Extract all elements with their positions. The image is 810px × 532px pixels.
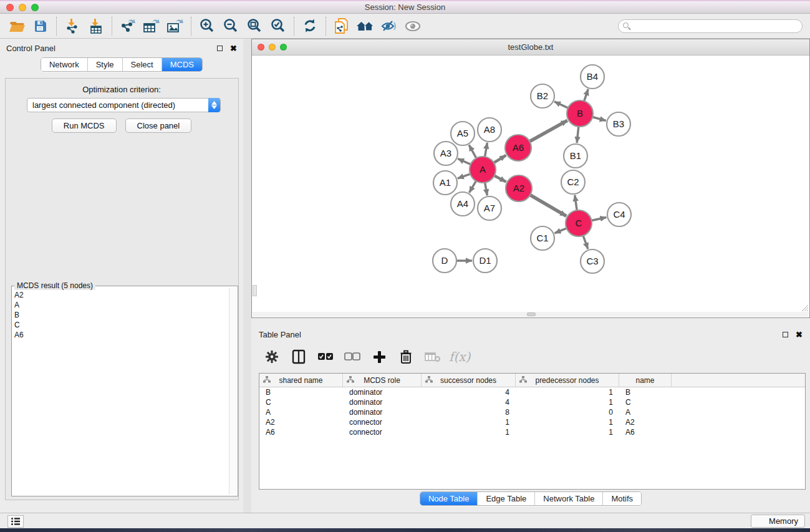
mcds-result-item[interactable]: A6 bbox=[14, 330, 228, 340]
table-cell[interactable]: 1 bbox=[516, 417, 619, 427]
table-cell[interactable]: A6 bbox=[259, 427, 343, 437]
table-cell[interactable]: A bbox=[619, 407, 672, 417]
close-table-panel-icon[interactable]: ✖ bbox=[796, 331, 803, 339]
zoom-window-icon[interactable] bbox=[31, 4, 39, 11]
mcds-result-item[interactable]: A bbox=[14, 300, 228, 310]
window-controls[interactable] bbox=[0, 1, 39, 13]
show-graphics-button[interactable] bbox=[401, 16, 425, 36]
search-input[interactable] bbox=[618, 19, 803, 33]
table-cell[interactable]: C bbox=[619, 397, 672, 407]
table-cell[interactable]: connector bbox=[343, 427, 422, 437]
run-mcds-button[interactable]: Run MCDS bbox=[52, 118, 117, 133]
table-cell[interactable]: 1 bbox=[422, 417, 516, 427]
function-builder-button[interactable]: f(x) bbox=[449, 347, 470, 367]
network-window-controls[interactable] bbox=[252, 39, 287, 55]
table-cell[interactable]: 0 bbox=[516, 407, 619, 417]
mcds-result-list[interactable]: A2ABCA6 bbox=[13, 288, 229, 495]
close-network-icon[interactable] bbox=[258, 44, 264, 51]
minimize-window-icon[interactable] bbox=[19, 4, 26, 11]
criterion-select[interactable]: largest connected component (directed) bbox=[27, 98, 221, 112]
column-header-shared-name[interactable]: shared name bbox=[259, 374, 343, 387]
column-header-name[interactable]: name bbox=[619, 374, 672, 387]
close-panel-icon[interactable]: ✖ bbox=[230, 44, 237, 52]
table-settings-button[interactable] bbox=[261, 347, 282, 367]
show-column-panel-button[interactable] bbox=[288, 347, 309, 367]
tab-node-table[interactable]: Node Table bbox=[420, 492, 478, 505]
horizontal-scrollbar-thumb[interactable] bbox=[527, 312, 536, 316]
node-table[interactable]: shared nameMCDS rolesuccessor nodesprede… bbox=[259, 373, 806, 490]
delete-column-button[interactable] bbox=[395, 347, 417, 367]
create-column-button[interactable] bbox=[369, 347, 390, 367]
close-panel-button[interactable]: Close panel bbox=[125, 118, 192, 133]
horizontal-scrollbar[interactable] bbox=[253, 312, 809, 317]
table-cell[interactable]: 1 bbox=[516, 397, 619, 407]
tab-network[interactable]: Network bbox=[41, 58, 87, 71]
mcds-result-item[interactable]: A2 bbox=[14, 290, 228, 300]
network-graph[interactable]: B4B2BB3A5A8A6A3B1AA1C2A2A4A7CC4C1C3DD1 bbox=[253, 56, 809, 312]
export-image-button[interactable] bbox=[163, 16, 187, 36]
export-table-button[interactable] bbox=[140, 16, 163, 36]
close-window-icon[interactable] bbox=[6, 4, 14, 11]
table-cell[interactable]: 8 bbox=[422, 407, 516, 417]
tab-style[interactable]: Style bbox=[87, 58, 122, 71]
delete-table-button[interactable] bbox=[422, 347, 443, 367]
zoom-fit-button[interactable] bbox=[243, 16, 266, 36]
tab-mcds[interactable]: MCDS bbox=[162, 58, 202, 71]
table-cell[interactable]: dominator bbox=[343, 407, 422, 417]
table-cell[interactable]: C bbox=[259, 397, 343, 407]
memory-button[interactable]: Memory bbox=[751, 515, 805, 528]
column-header-predecessor-nodes[interactable]: predecessor nodes bbox=[516, 374, 619, 387]
zoom-selected-button[interactable] bbox=[266, 16, 290, 36]
table-cell[interactable]: B bbox=[259, 387, 343, 397]
resize-grip-icon[interactable] bbox=[800, 303, 809, 312]
table-cell[interactable]: dominator bbox=[343, 397, 422, 407]
table-cell[interactable]: 4 bbox=[422, 387, 516, 397]
deselect-all-rows-button[interactable] bbox=[342, 347, 363, 367]
minimize-network-icon[interactable] bbox=[269, 44, 276, 51]
duplicate-network-button[interactable] bbox=[330, 16, 354, 36]
export-network-button[interactable] bbox=[116, 16, 140, 36]
zoom-network-icon[interactable] bbox=[280, 44, 287, 51]
network-canvas[interactable]: B4B2BB3A5A8A6A3B1AA1C2A2A4A7CC4C1C3DD1 bbox=[253, 56, 809, 312]
column-header-successor-nodes[interactable]: successor nodes bbox=[422, 374, 516, 387]
table-cell[interactable]: connector bbox=[343, 417, 422, 427]
table-row[interactable]: A2connector11A2 bbox=[259, 417, 805, 427]
table-cell[interactable]: 1 bbox=[516, 387, 619, 397]
table-row[interactable]: Cdominator41C bbox=[259, 397, 805, 407]
tab-network-table[interactable]: Network Table bbox=[534, 492, 602, 505]
mcds-result-item[interactable]: C bbox=[14, 320, 228, 330]
result-scrollbar[interactable] bbox=[229, 288, 236, 495]
table-cell[interactable]: B bbox=[619, 387, 672, 397]
table-row[interactable]: Bdominator41B bbox=[259, 387, 805, 397]
table-cell[interactable]: 1 bbox=[422, 427, 516, 437]
hide-graphics-button[interactable] bbox=[377, 16, 401, 36]
zoom-in-button[interactable] bbox=[195, 16, 219, 36]
column-header-MCDS-role[interactable]: MCDS role bbox=[343, 374, 422, 387]
table-cell[interactable]: 1 bbox=[516, 427, 619, 437]
tab-edge-table[interactable]: Edge Table bbox=[477, 492, 534, 505]
tab-motifs[interactable]: Motifs bbox=[602, 492, 641, 505]
table-cell[interactable]: A bbox=[259, 407, 343, 417]
home-view-button[interactable] bbox=[354, 16, 377, 36]
table-cell[interactable]: A2 bbox=[259, 417, 343, 427]
table-row[interactable]: Adominator80A bbox=[259, 407, 805, 417]
zoom-out-button[interactable] bbox=[219, 16, 243, 36]
table-cell[interactable]: 4 bbox=[422, 397, 516, 407]
import-network-button[interactable] bbox=[60, 16, 84, 36]
tab-select[interactable]: Select bbox=[122, 58, 162, 71]
table-cell[interactable]: A2 bbox=[619, 417, 672, 427]
vertical-scrollbar-thumb[interactable] bbox=[253, 285, 257, 296]
float-table-panel-icon[interactable] bbox=[783, 332, 788, 337]
import-table-button[interactable] bbox=[84, 16, 108, 36]
save-session-button[interactable] bbox=[29, 16, 52, 36]
table-row[interactable]: A6connector11A6 bbox=[259, 427, 805, 437]
mcds-result-item[interactable]: B bbox=[14, 310, 228, 320]
task-history-button[interactable] bbox=[7, 515, 24, 528]
open-session-button[interactable] bbox=[5, 16, 29, 36]
refresh-view-button[interactable] bbox=[298, 16, 322, 36]
select-all-rows-button[interactable] bbox=[315, 347, 336, 367]
table-cell[interactable]: dominator bbox=[343, 387, 422, 397]
panel-splitter[interactable] bbox=[243, 39, 251, 513]
float-panel-icon[interactable] bbox=[217, 46, 223, 51]
table-cell[interactable]: A6 bbox=[619, 427, 672, 437]
